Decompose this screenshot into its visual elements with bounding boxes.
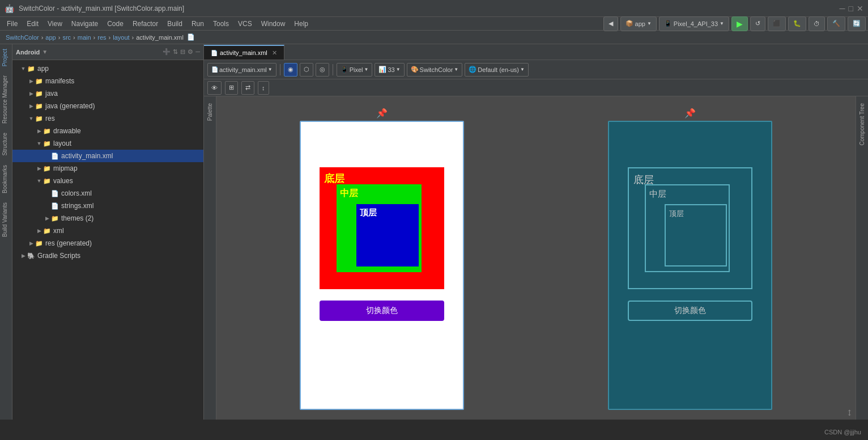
tree-themes[interactable]: ▶ 📁 themes (2)	[12, 212, 203, 225]
res-label: res	[45, 115, 55, 122]
bc-switchcolor[interactable]: SwitchColor	[6, 34, 39, 41]
run-button[interactable]: ▶	[731, 16, 748, 31]
android-dropdown[interactable]: ▼	[42, 49, 48, 55]
xml-label: xml	[53, 227, 64, 235]
tree-layout[interactable]: ▼ 📁 layout	[12, 137, 203, 150]
switch-color-btn-light[interactable]: 切换颜色	[320, 301, 444, 321]
designer-toolbar2: 👁 ⊞ ⇄ ↕	[204, 79, 868, 96]
app-label: app	[37, 65, 49, 73]
resource-manager-tab[interactable]: Resource Manager	[0, 71, 12, 128]
drawable-label: drawable	[53, 127, 81, 135]
profiler-btn[interactable]: ⏱	[809, 16, 825, 31]
tab-close-btn[interactable]: ✕	[272, 49, 277, 57]
window-controls[interactable]: ─ □ ✕	[840, 4, 863, 13]
build-variants-tab[interactable]: Build Variants	[0, 198, 12, 242]
tree-xml[interactable]: ▶ 📁 xml	[12, 225, 203, 237]
project-tab[interactable]: Project	[0, 44, 12, 71]
tree-manifests[interactable]: ▶ 📁 manifests	[12, 75, 203, 87]
menu-navigate[interactable]: Navigate	[67, 19, 103, 29]
module-dropdown[interactable]: 📦 app ▼	[620, 16, 657, 31]
add-btn[interactable]: ➕	[163, 48, 171, 56]
tree-drawable[interactable]: ▶ 📁 drawable	[12, 125, 203, 137]
resize-handle[interactable]: ⤡	[844, 407, 856, 418]
reload-btn[interactable]: ↺	[750, 16, 765, 31]
xml-folder-icon: 📁	[43, 227, 51, 235]
stop-layout-btn[interactable]: ⬛	[768, 16, 786, 31]
design-canvas[interactable]: 📌 底层 中层	[216, 96, 856, 420]
middle-layer-label-dark: 中层	[649, 189, 666, 200]
switch-color-btn-dark[interactable]: 切换颜色	[628, 301, 752, 321]
design-view-btn[interactable]: ◉	[284, 63, 297, 77]
locale-dropdown-btn[interactable]: 🌐 Default (en-us) ▼	[465, 63, 529, 77]
menu-view[interactable]: View	[43, 19, 67, 29]
menu-code[interactable]: Code	[103, 19, 128, 29]
minimize-btn[interactable]: ─	[840, 4, 845, 13]
panel-actions: ➕ ⇅ ⊟ ⚙ ─	[163, 48, 200, 56]
bc-app[interactable]: app	[45, 34, 56, 41]
debug-btn[interactable]: 🐛	[788, 16, 806, 31]
grid-btn[interactable]: ⊞	[225, 81, 238, 95]
api-dropdown-btn[interactable]: 📊 33 ▼	[375, 63, 404, 77]
gradle-label: Gradle Scripts	[37, 252, 80, 260]
bc-main[interactable]: main	[78, 34, 91, 41]
blueprint-btn[interactable]: ⬡	[300, 63, 313, 77]
zoom-fit-icon: ↕	[262, 84, 265, 91]
bc-res[interactable]: res	[97, 34, 106, 41]
theme-dropdown-btn[interactable]: 🎨 SwitchColor ▼	[407, 63, 463, 77]
tab-activity-main[interactable]: 📄 activity_main.xml ✕	[204, 45, 284, 60]
build-btn[interactable]: 🔨	[827, 16, 845, 31]
collapse-btn[interactable]: ⊟	[180, 48, 185, 56]
menu-vcs[interactable]: VCS	[233, 19, 257, 29]
back-btn[interactable]: ◀	[603, 16, 618, 31]
menu-edit[interactable]: Edit	[22, 19, 43, 29]
tree-strings[interactable]: 📄 strings.xml	[12, 200, 203, 212]
menu-refactor[interactable]: Refactor	[128, 19, 163, 29]
device-design-dropdown[interactable]: 📱 Pixel ▼	[337, 63, 373, 77]
bc-activity-xml[interactable]: activity_main.xml	[136, 34, 184, 41]
tree-mipmap[interactable]: ▶ 📁 mipmap	[12, 162, 203, 175]
sync-btn[interactable]: 🔄	[848, 16, 866, 31]
tree-java-generated[interactable]: ▶ 📁 java (generated)	[12, 100, 203, 112]
menu-build[interactable]: Build	[163, 19, 187, 29]
show-layout-btn[interactable]: 👁	[207, 81, 222, 95]
bc-src[interactable]: src	[62, 34, 71, 41]
sort-btn[interactable]: ⇅	[173, 48, 178, 56]
tree-gradle[interactable]: ▶ 🐘 Gradle Scripts	[12, 249, 203, 262]
editor-area: 📄 activity_main.xml ✕ 📄 activity_main.xm…	[204, 44, 868, 420]
combined-icon: ◎	[320, 66, 325, 73]
tree-res[interactable]: ▼ 📁 res	[12, 112, 203, 125]
tab-xml-icon: 📄	[211, 50, 218, 56]
minimize-panel-btn[interactable]: ─	[195, 48, 200, 56]
bookmarks-tab[interactable]: Bookmarks	[0, 160, 12, 198]
menu-tools[interactable]: Tools	[209, 19, 233, 29]
settings-btn[interactable]: ⚙	[188, 48, 193, 56]
swap-preview-btn[interactable]: ⇄	[241, 81, 254, 95]
tree-java[interactable]: ▶ 📁 java	[12, 87, 203, 100]
device-arrow: ▼	[364, 67, 369, 72]
locale-icon: 🌐	[469, 66, 476, 73]
structure-tab[interactable]: Structure	[0, 128, 12, 160]
bc-layout[interactable]: layout	[113, 34, 129, 41]
tree-colors[interactable]: 📄 colors.xml	[12, 187, 203, 200]
watermark: CSDN @jjjhu	[824, 429, 861, 435]
menu-window[interactable]: Window	[257, 19, 290, 29]
file-dropdown-btn[interactable]: 📄 activity_main.xml ▼	[207, 63, 276, 77]
close-btn[interactable]: ✕	[857, 4, 863, 13]
main-toolbar-right: ◀ 📦 app ▼ 📱 Pixel_4_API_33 ▼ ▶ ↺ ⬛ 🐛 ⏱ 🔨…	[603, 16, 866, 31]
maximize-btn[interactable]: □	[849, 4, 853, 13]
device-dropdown[interactable]: 📱 Pixel_4_API_33 ▼	[659, 16, 729, 31]
top-layer-label-light: 顶层	[360, 208, 377, 218]
menu-file[interactable]: File	[2, 19, 22, 29]
tree-activity-main[interactable]: 📄 activity_main.xml	[12, 150, 203, 162]
component-tree-label[interactable]: Component Tree	[857, 99, 867, 150]
tree-res-generated[interactable]: ▶ 📁 res (generated)	[12, 237, 203, 249]
palette-label[interactable]: Palette	[205, 99, 215, 125]
dark-preview-container: 📌 底层 中层	[608, 108, 772, 410]
menu-help[interactable]: Help	[290, 19, 313, 29]
light-preview-content: 底层 中层 顶层 切换颜色	[301, 122, 463, 409]
zoom-fit-btn[interactable]: ↕	[258, 81, 269, 95]
combined-btn[interactable]: ◎	[316, 63, 329, 77]
tree-values[interactable]: ▼ 📁 values	[12, 175, 203, 187]
menu-run[interactable]: Run	[187, 19, 209, 29]
tree-app[interactable]: ▼ 📁 app	[12, 62, 203, 75]
